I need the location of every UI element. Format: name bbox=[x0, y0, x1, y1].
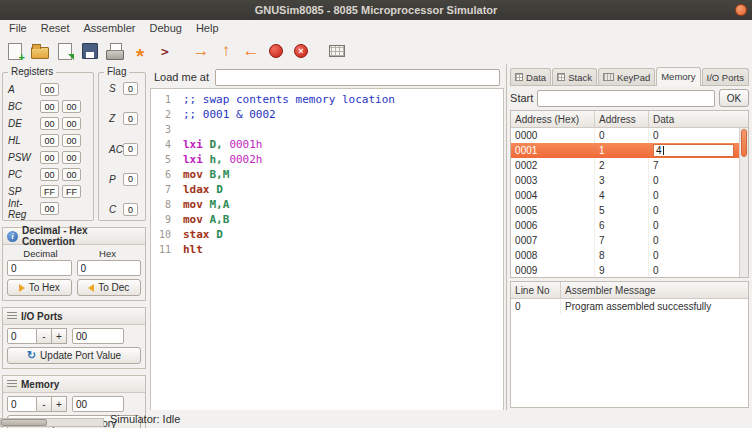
column-header-message[interactable]: Assembler Message bbox=[561, 282, 748, 298]
ok-button[interactable]: OK bbox=[719, 89, 749, 107]
cell-address-hex[interactable]: 0001 bbox=[511, 143, 595, 158]
table-row[interactable]: 0006 6 0 bbox=[511, 218, 748, 233]
register-value[interactable]: 00 bbox=[62, 100, 81, 113]
run-icon[interactable] bbox=[215, 40, 237, 62]
tab-data[interactable]: Data bbox=[510, 68, 551, 85]
cell-data[interactable]: 0 bbox=[649, 188, 748, 203]
open-file-icon[interactable] bbox=[29, 40, 51, 62]
load-address-input[interactable] bbox=[215, 69, 500, 86]
menu-debug[interactable]: Debug bbox=[142, 20, 188, 38]
register-value[interactable]: 00 bbox=[40, 117, 59, 130]
flag-value[interactable]: 0 bbox=[123, 82, 138, 95]
start-address-input[interactable] bbox=[537, 90, 715, 107]
register-value[interactable]: 00 bbox=[40, 83, 59, 96]
table-row-selected[interactable]: 0001 1 4 bbox=[511, 143, 748, 158]
code-editor[interactable]: 1 ;; swap contents memory location 2 ;; … bbox=[150, 88, 504, 410]
close-button[interactable] bbox=[735, 4, 747, 16]
remove-breakpoint-icon[interactable] bbox=[290, 40, 312, 62]
scrollbar-thumb[interactable] bbox=[741, 129, 747, 157]
horizontal-scrollbar[interactable] bbox=[0, 418, 104, 427]
cell-line-no[interactable]: 0 bbox=[511, 299, 561, 314]
table-row[interactable]: 0000 0 0 bbox=[511, 128, 748, 143]
hex-input[interactable] bbox=[77, 260, 142, 276]
cell-address-hex[interactable]: 0000 bbox=[511, 128, 595, 143]
cell-address[interactable]: 9 bbox=[595, 263, 649, 278]
register-value[interactable]: 00 bbox=[40, 202, 59, 215]
cell-data[interactable]: 0 bbox=[649, 248, 748, 263]
tab-io-ports[interactable]: I/O Ports bbox=[702, 68, 749, 85]
port-number-input[interactable] bbox=[7, 328, 37, 344]
flag-value[interactable]: 0 bbox=[123, 143, 138, 156]
cell-address[interactable]: 0 bbox=[595, 128, 649, 143]
port-decrement-button[interactable]: - bbox=[37, 328, 52, 344]
cell-address-hex[interactable]: 0008 bbox=[511, 248, 595, 263]
tab-keypad[interactable]: KeyPad bbox=[598, 68, 655, 85]
cell-address[interactable]: 6 bbox=[595, 218, 649, 233]
print-icon[interactable] bbox=[104, 40, 126, 62]
save-as-icon[interactable] bbox=[79, 40, 101, 62]
menu-file[interactable]: File bbox=[2, 20, 34, 38]
cell-data[interactable]: 0 bbox=[649, 263, 748, 278]
tab-memory[interactable]: Memory bbox=[656, 67, 700, 86]
register-value[interactable]: 00 bbox=[62, 117, 81, 130]
table-row[interactable]: 0009 9 0 bbox=[511, 263, 748, 278]
table-row[interactable]: 0004 4 0 bbox=[511, 188, 748, 203]
menu-reset[interactable]: Reset bbox=[34, 20, 77, 38]
add-breakpoint-icon[interactable] bbox=[265, 40, 287, 62]
register-value[interactable]: 00 bbox=[40, 100, 59, 113]
memory-table-scrollbar[interactable] bbox=[739, 128, 748, 277]
cell-message[interactable]: Program assembled successfully bbox=[561, 299, 748, 314]
flag-value[interactable]: 0 bbox=[123, 112, 138, 125]
menu-help[interactable]: Help bbox=[189, 20, 226, 38]
to-dec-button[interactable]: To Dec bbox=[77, 279, 142, 296]
column-header-data[interactable]: Data bbox=[649, 111, 748, 127]
data-edit-input[interactable]: 4 bbox=[653, 144, 734, 157]
register-value[interactable]: 00 bbox=[40, 134, 59, 147]
cell-address-hex[interactable]: 0003 bbox=[511, 173, 595, 188]
register-value[interactable]: 00 bbox=[40, 151, 59, 164]
cell-data[interactable]: 0 bbox=[649, 203, 748, 218]
cell-data[interactable]: 7 bbox=[649, 158, 748, 173]
table-row[interactable]: 0003 3 0 bbox=[511, 173, 748, 188]
register-value[interactable]: 00 bbox=[62, 134, 81, 147]
save-file-icon[interactable] bbox=[54, 40, 76, 62]
table-row[interactable]: 0005 5 0 bbox=[511, 203, 748, 218]
table-row[interactable]: 0007 7 0 bbox=[511, 233, 748, 248]
cell-data[interactable]: 0 bbox=[649, 128, 748, 143]
cell-address-hex[interactable]: 0007 bbox=[511, 233, 595, 248]
register-value[interactable]: 00 bbox=[62, 151, 81, 164]
cell-address-hex[interactable]: 0005 bbox=[511, 203, 595, 218]
cell-address-hex[interactable]: 0006 bbox=[511, 218, 595, 233]
scrollbar-thumb[interactable] bbox=[1, 419, 47, 426]
cell-address[interactable]: 4 bbox=[595, 188, 649, 203]
cell-data[interactable]: 0 bbox=[649, 173, 748, 188]
message-row[interactable]: 0 Program assembled successfully bbox=[511, 299, 748, 314]
step-forward-icon[interactable] bbox=[190, 40, 212, 62]
cell-address[interactable]: 7 bbox=[595, 233, 649, 248]
register-value[interactable]: 00 bbox=[62, 168, 81, 181]
cell-address[interactable]: 5 bbox=[595, 203, 649, 218]
new-file-icon[interactable] bbox=[4, 40, 26, 62]
register-value[interactable]: FF bbox=[62, 185, 81, 198]
column-header-line-no[interactable]: Line No bbox=[511, 282, 561, 298]
register-value[interactable]: FF bbox=[40, 185, 59, 198]
column-header-address-hex[interactable]: Address (Hex) bbox=[511, 111, 595, 127]
show-listing-icon[interactable] bbox=[154, 40, 176, 62]
cell-address[interactable]: 8 bbox=[595, 248, 649, 263]
cell-data[interactable]: 0 bbox=[649, 218, 748, 233]
cell-data[interactable]: 4 bbox=[649, 143, 748, 158]
update-port-value-button[interactable]: Update Port Value bbox=[7, 347, 141, 364]
cell-address-hex[interactable]: 0002 bbox=[511, 158, 595, 173]
assemble-icon[interactable] bbox=[129, 40, 151, 62]
cell-address-hex[interactable]: 0009 bbox=[511, 263, 595, 278]
cell-address[interactable]: 1 bbox=[595, 143, 649, 158]
keypad-icon[interactable] bbox=[326, 40, 348, 62]
cell-data[interactable]: 0 bbox=[649, 233, 748, 248]
table-row[interactable]: 0008 8 0 bbox=[511, 248, 748, 263]
step-backward-icon[interactable] bbox=[240, 40, 262, 62]
to-hex-button[interactable]: To Hex bbox=[7, 279, 72, 296]
port-increment-button[interactable]: + bbox=[52, 328, 67, 344]
column-header-address[interactable]: Address bbox=[595, 111, 649, 127]
register-value[interactable]: 00 bbox=[40, 168, 59, 181]
cell-address[interactable]: 3 bbox=[595, 173, 649, 188]
